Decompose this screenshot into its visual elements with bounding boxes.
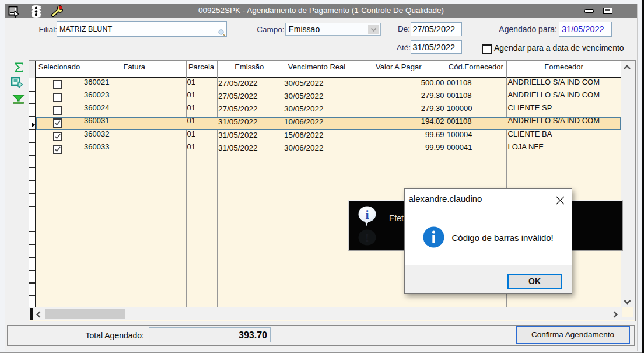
- svg-text:i: i: [365, 207, 369, 222]
- svg-text:!: !: [365, 230, 369, 245]
